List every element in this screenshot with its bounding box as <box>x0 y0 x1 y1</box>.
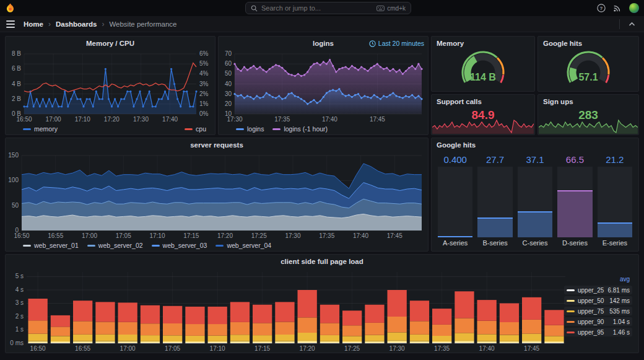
bar-gauge-value: 37.1 <box>518 152 552 167</box>
svg-text:17:20: 17:20 <box>104 116 120 123</box>
help-icon[interactable]: ? <box>597 4 606 12</box>
svg-text:17:45: 17:45 <box>370 116 385 123</box>
grafana-logo-icon[interactable] <box>6 3 15 13</box>
legend-avg-value: 1.04 s <box>613 318 630 325</box>
user-avatar[interactable] <box>629 3 639 13</box>
menu-toggle-icon[interactable] <box>6 20 15 28</box>
svg-text:50: 50 <box>12 202 19 209</box>
panel-title-google-hits[interactable]: Google hits <box>538 37 638 50</box>
legend-row[interactable]: upper_75535 ms <box>564 307 632 315</box>
google-hits-bar-gauge: 0.400A-series27.7B-series37.1C-series66.… <box>432 152 638 250</box>
legend-row[interactable]: upper_256.81 ms <box>564 286 632 294</box>
panel-server-requests: server requests 05010015016:5016:5517:00… <box>5 138 429 252</box>
svg-text:50: 50 <box>225 70 232 77</box>
legend-row[interactable]: upper_951.46 s <box>564 328 632 336</box>
bar-gauge-column: 37.1C-series <box>518 152 552 248</box>
svg-text:60: 60 <box>225 60 232 67</box>
legend-series-name: upper_95 <box>578 329 613 336</box>
legend-series-name: upper_90 <box>578 318 613 325</box>
svg-text:17:45: 17:45 <box>524 345 539 352</box>
svg-text:17:00: 17:00 <box>82 232 97 239</box>
svg-text:17:00: 17:00 <box>46 116 61 123</box>
bar-gauge-label: B-series <box>477 237 512 248</box>
legend-item[interactable]: logins <box>236 125 264 133</box>
news-icon[interactable] <box>613 4 622 12</box>
svg-text:17:30: 17:30 <box>389 345 405 352</box>
breadcrumb-current-page: Website performance <box>109 20 176 28</box>
svg-text:17:15: 17:15 <box>255 345 270 352</box>
breadcrumb-home[interactable]: Home <box>24 20 43 28</box>
svg-text:17:10: 17:10 <box>210 345 225 352</box>
panel-title-logins[interactable]: logins Last 20 minutes <box>219 37 428 50</box>
legend-series-name: upper_50 <box>578 297 609 304</box>
legend-avg-value: 142 ms <box>609 297 630 304</box>
search-input[interactable]: cmd+k <box>245 2 411 14</box>
legend-avg-value: 535 ms <box>609 308 630 315</box>
legend-item[interactable]: web_server_03 <box>152 242 207 249</box>
legend-swatch <box>272 128 281 130</box>
breadcrumb-bar: Home › Dashboards › Website performance <box>0 16 644 32</box>
svg-text:17:40: 17:40 <box>162 116 178 123</box>
panel-logins: logins Last 20 minutes 1020304050607017:… <box>218 36 429 135</box>
bar-gauge-fill <box>438 236 472 237</box>
svg-text:150: 150 <box>8 152 19 159</box>
legend-label: cpu <box>196 125 206 133</box>
panel-time-range[interactable]: Last 20 minutes <box>369 37 424 50</box>
svg-text:3%: 3% <box>199 81 209 87</box>
legend-item[interactable]: cpu <box>185 125 206 133</box>
search-icon <box>251 5 258 12</box>
panel-memory-gauge: Memory 114 B <box>431 36 535 92</box>
svg-text:17:30: 17:30 <box>227 116 242 123</box>
breadcrumb-separator: › <box>48 20 51 29</box>
svg-text:?: ? <box>600 6 603 11</box>
server-requests-legend: web_server_01web_server_02web_server_03w… <box>6 240 428 251</box>
legend-avg-header: avg <box>564 276 632 284</box>
bar-gauge-track <box>438 167 472 237</box>
panel-title-client-load[interactable]: client side full page load <box>6 255 638 268</box>
bar-gauge-track <box>518 167 552 237</box>
panel-title-memory-cpu[interactable]: Memory / CPU <box>6 37 215 50</box>
panel-title-support-calls[interactable]: Support calls <box>432 95 534 108</box>
svg-text:16:50: 16:50 <box>16 116 32 123</box>
legend-label: logins <box>247 125 264 133</box>
svg-text:6 B: 6 B <box>12 65 21 72</box>
svg-text:6%: 6% <box>199 50 209 57</box>
bar-gauge-value: 0.400 <box>438 152 472 167</box>
sign-ups-value: 283 <box>538 108 638 122</box>
collapse-chevron-up-icon[interactable] <box>629 22 635 27</box>
legend-item[interactable]: web_server_01 <box>23 242 79 249</box>
legend-item[interactable]: memory <box>23 125 58 133</box>
svg-text:57.1: 57.1 <box>578 72 598 82</box>
legend-swatch <box>23 245 31 247</box>
legend-label: memory <box>34 125 58 133</box>
breadcrumb-dashboards[interactable]: Dashboards <box>56 20 97 28</box>
bar-gauge-column: 21.2E-series <box>598 152 632 248</box>
panel-title-memory[interactable]: Memory <box>432 37 534 50</box>
legend-item[interactable]: logins (-1 hour) <box>272 125 328 133</box>
svg-text:17:40: 17:40 <box>322 116 337 123</box>
legend-label: web_server_01 <box>34 242 79 249</box>
legend-item[interactable]: web_server_04 <box>215 242 271 249</box>
svg-text:17:05: 17:05 <box>165 345 180 352</box>
panel-title-server-requests[interactable]: server requests <box>6 138 428 152</box>
panel-title-google-hits-bars[interactable]: Google hits <box>432 138 638 152</box>
svg-text:17:40: 17:40 <box>479 345 495 352</box>
keyboard-icon <box>376 6 385 11</box>
legend-item[interactable]: web_server_02 <box>87 242 143 249</box>
svg-text:4 B: 4 B <box>12 81 21 87</box>
panel-sign-ups: Sign ups 283 <box>537 94 639 135</box>
bar-gauge-track <box>598 167 632 237</box>
search-field[interactable] <box>261 4 373 12</box>
bar-gauge-column: 0.400A-series <box>438 152 472 248</box>
bar-gauge-track <box>557 167 592 237</box>
svg-text:16:50: 16:50 <box>14 232 29 239</box>
memory-gauge: 114 B <box>432 50 534 90</box>
svg-text:0%: 0% <box>199 110 209 117</box>
breadcrumb: Home › Dashboards › Website performance <box>24 20 177 29</box>
panel-title-sign-ups[interactable]: Sign ups <box>538 95 638 108</box>
legend-row[interactable]: upper_901.04 s <box>564 317 632 326</box>
legend-row[interactable]: upper_50142 ms <box>564 296 632 305</box>
svg-text:70: 70 <box>225 50 232 57</box>
svg-text:4%: 4% <box>199 70 209 77</box>
svg-text:5 s: 5 s <box>15 273 24 279</box>
